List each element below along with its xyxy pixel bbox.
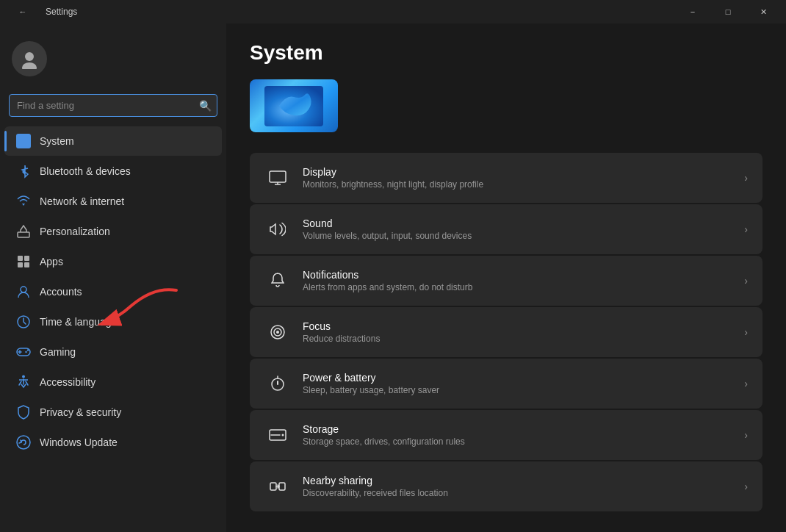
chevron-icon: › bbox=[744, 275, 748, 287]
notifications-title: Notifications bbox=[303, 269, 732, 281]
sound-title: Sound bbox=[303, 218, 732, 229]
main-content: System bbox=[226, 24, 786, 532]
svg-point-20 bbox=[282, 434, 284, 436]
sidebar-item-label: Accessibility bbox=[40, 376, 95, 388]
sidebar-item-label: System bbox=[40, 135, 74, 147]
focus-title: Focus bbox=[303, 320, 732, 332]
gaming-icon bbox=[16, 345, 31, 359]
settings-list: Display Monitors, brightness, night ligh… bbox=[250, 153, 762, 511]
focus-text: Focus Reduce distractions bbox=[303, 320, 732, 344]
avatar[interactable] bbox=[12, 41, 47, 76]
power-desc: Sleep, battery usage, battery saver bbox=[303, 385, 732, 395]
privacy-icon bbox=[16, 405, 31, 420]
search-input[interactable] bbox=[9, 94, 217, 117]
power-title: Power & battery bbox=[303, 372, 732, 384]
storage-icon bbox=[264, 422, 291, 448]
storage-desc: Storage space, drives, configuration rul… bbox=[303, 436, 732, 447]
sidebar-item-update[interactable]: Windows Update bbox=[4, 428, 222, 457]
sidebar-item-label: Windows Update bbox=[40, 436, 118, 448]
settings-item-sound[interactable]: Sound Volume levels, output, input, soun… bbox=[250, 204, 762, 254]
bluetooth-icon bbox=[16, 164, 31, 179]
title-bar: ← Settings − □ ✕ bbox=[0, 0, 786, 24]
display-title: Display bbox=[303, 166, 732, 178]
sidebar-item-apps[interactable]: Apps bbox=[4, 247, 222, 276]
notifications-desc: Alerts from apps and system, do not dist… bbox=[303, 282, 732, 292]
minimize-button[interactable]: − bbox=[676, 0, 710, 24]
chevron-icon: › bbox=[744, 429, 748, 441]
svg-rect-3 bbox=[18, 256, 23, 261]
settings-item-focus[interactable]: Focus Reduce distractions › bbox=[250, 307, 762, 357]
sidebar: 🔍 System Bluetooth & devices bbox=[0, 24, 226, 532]
storage-title: Storage bbox=[303, 423, 732, 435]
nearby-title: Nearby sharing bbox=[303, 475, 732, 486]
sidebar-item-bluetooth[interactable]: Bluetooth & devices bbox=[4, 157, 222, 186]
sidebar-item-network[interactable]: Network & internet bbox=[4, 187, 222, 216]
search-icon: 🔍 bbox=[199, 100, 212, 112]
settings-item-storage[interactable]: Storage Storage space, drives, configura… bbox=[250, 410, 762, 460]
sidebar-item-gaming[interactable]: Gaming bbox=[4, 337, 222, 367]
app-container: 🔍 System Bluetooth & devices bbox=[0, 24, 786, 532]
display-desc: Monitors, brightness, night light, displ… bbox=[303, 179, 732, 190]
sidebar-item-label: Privacy & security bbox=[40, 406, 121, 418]
svg-rect-4 bbox=[24, 256, 29, 261]
search-box[interactable]: 🔍 bbox=[9, 94, 217, 117]
back-button[interactable]: ← bbox=[6, 0, 40, 24]
sidebar-item-time[interactable]: Time & language bbox=[4, 307, 222, 337]
settings-item-display[interactable]: Display Monitors, brightness, night ligh… bbox=[250, 153, 762, 203]
sidebar-item-accounts[interactable]: Accounts bbox=[4, 277, 222, 306]
svg-point-0 bbox=[25, 52, 34, 61]
svg-point-10 bbox=[25, 351, 26, 353]
notifications-text: Notifications Alerts from apps and syste… bbox=[303, 269, 732, 292]
settings-item-nearby[interactable]: Nearby sharing Discoverability, received… bbox=[250, 461, 762, 511]
restore-button[interactable]: □ bbox=[711, 0, 745, 24]
sidebar-item-accessibility[interactable]: Accessibility bbox=[4, 367, 222, 397]
chevron-icon: › bbox=[744, 481, 748, 492]
accessibility-icon bbox=[16, 375, 31, 389]
close-button[interactable]: ✕ bbox=[746, 0, 780, 24]
power-icon bbox=[264, 370, 291, 397]
storage-text: Storage Storage space, drives, configura… bbox=[303, 423, 732, 447]
sidebar-item-personalization[interactable]: Personalization bbox=[4, 217, 222, 246]
svg-rect-22 bbox=[279, 483, 285, 490]
svg-rect-5 bbox=[18, 262, 23, 267]
svg-point-7 bbox=[21, 287, 26, 292]
sidebar-header bbox=[0, 29, 226, 88]
svg-point-13 bbox=[17, 436, 30, 449]
chevron-icon: › bbox=[744, 223, 748, 235]
sidebar-item-label: Gaming bbox=[40, 346, 76, 358]
sidebar-item-privacy[interactable]: Privacy & security bbox=[4, 398, 222, 427]
svg-point-12 bbox=[22, 375, 25, 378]
chevron-icon: › bbox=[744, 326, 748, 338]
title-bar-left: ← Settings bbox=[6, 0, 77, 24]
svg-point-11 bbox=[27, 349, 29, 351]
sidebar-nav: System Bluetooth & devices bbox=[0, 126, 226, 532]
focus-icon bbox=[264, 319, 291, 345]
svg-rect-2 bbox=[18, 232, 29, 237]
svg-rect-21 bbox=[270, 483, 276, 490]
time-icon bbox=[16, 314, 31, 329]
sidebar-item-label: Accounts bbox=[40, 286, 82, 298]
personalization-icon bbox=[16, 224, 31, 239]
system-icon bbox=[16, 134, 31, 148]
sound-icon bbox=[264, 216, 291, 242]
notifications-icon bbox=[264, 267, 291, 294]
page-title: System bbox=[250, 41, 762, 65]
svg-rect-6 bbox=[24, 262, 29, 267]
sidebar-item-label: Network & internet bbox=[40, 195, 124, 207]
display-icon bbox=[264, 165, 291, 191]
display-text: Display Monitors, brightness, night ligh… bbox=[303, 166, 732, 190]
settings-item-notifications[interactable]: Notifications Alerts from apps and syste… bbox=[250, 256, 762, 306]
sidebar-item-label: Personalization bbox=[40, 226, 110, 237]
sidebar-item-system[interactable]: System bbox=[4, 126, 222, 156]
svg-point-17 bbox=[276, 331, 279, 334]
settings-item-power[interactable]: Power & battery Sleep, battery usage, ba… bbox=[250, 359, 762, 409]
sidebar-item-label: Time & language bbox=[40, 316, 117, 328]
power-text: Power & battery Sleep, battery usage, ba… bbox=[303, 372, 732, 395]
update-icon bbox=[16, 435, 31, 450]
network-icon bbox=[16, 194, 31, 209]
svg-rect-14 bbox=[270, 171, 286, 182]
sidebar-item-label: Apps bbox=[40, 256, 63, 267]
nearby-text: Nearby sharing Discoverability, received… bbox=[303, 475, 732, 498]
app-title: Settings bbox=[46, 7, 77, 17]
window-controls: − □ ✕ bbox=[676, 0, 780, 24]
